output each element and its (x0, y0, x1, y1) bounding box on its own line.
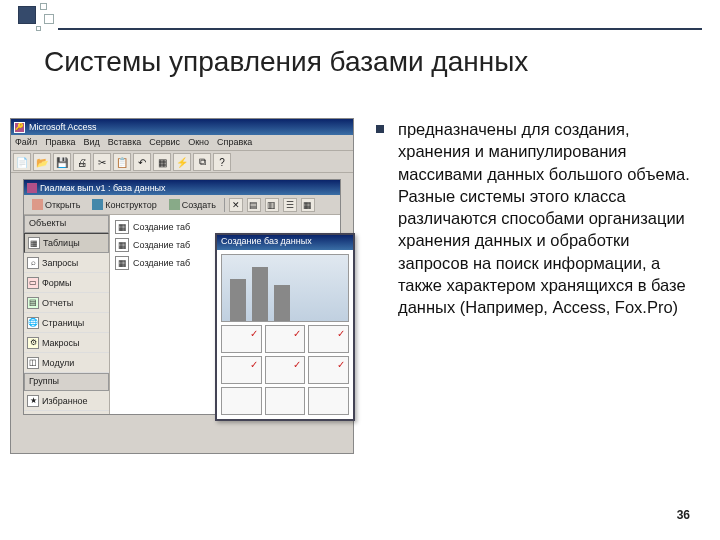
bullet-icon (376, 125, 384, 133)
open-button[interactable]: Открыть (28, 197, 84, 212)
groups-header: Группы (24, 373, 109, 391)
template-option[interactable] (221, 387, 262, 415)
menu-edit[interactable]: Правка (45, 137, 75, 148)
menubar: Файл Правка Вид Вставка Сервис Окно Спра… (11, 135, 353, 151)
cut-icon[interactable]: ✂ (93, 153, 111, 171)
save-icon[interactable]: 💾 (53, 153, 71, 171)
title-rule (58, 28, 702, 30)
app-titlebar: 🔑 Microsoft Access (11, 119, 353, 135)
create-button[interactable]: Создать (165, 197, 220, 212)
sidebar-item-queries[interactable]: ⌕Запросы (24, 253, 109, 273)
sidebar-item-reports[interactable]: ▤Отчеты (24, 293, 109, 313)
slide-title: Системы управления базами данных (44, 46, 528, 78)
page-number: 36 (677, 508, 690, 522)
menu-window[interactable]: Окно (188, 137, 209, 148)
misc2-icon[interactable]: ⚡ (173, 153, 191, 171)
sidebar-item-forms[interactable]: ▭Формы (24, 273, 109, 293)
template-option[interactable]: ✓ (265, 356, 306, 384)
template-option[interactable]: ✓ (221, 356, 262, 384)
misc-icon[interactable]: ▦ (153, 153, 171, 171)
print-icon[interactable]: 🖨 (73, 153, 91, 171)
open-icon[interactable]: 📂 (33, 153, 51, 171)
details-icon[interactable]: ▦ (301, 198, 315, 212)
sidebar-item-tables[interactable]: ▦Таблицы (24, 233, 109, 253)
template-option[interactable]: ✓ (265, 325, 306, 353)
menu-file[interactable]: Файл (15, 137, 37, 148)
sidebar-item-favorites[interactable]: ★Избранное (24, 391, 109, 411)
menu-tools[interactable]: Сервис (149, 137, 180, 148)
template-option[interactable]: ✓ (308, 356, 349, 384)
db-icon (27, 183, 37, 193)
access-icon: 🔑 (14, 122, 25, 133)
delete-icon[interactable]: ✕ (229, 198, 243, 212)
wizard-dialog: Создание баз данных ✓ ✓ ✓ ✓ ✓ ✓ (215, 233, 355, 421)
undo-icon[interactable]: ↶ (133, 153, 151, 171)
list-icon[interactable]: ☰ (283, 198, 297, 212)
sidebar-item-modules[interactable]: ◫Модули (24, 353, 109, 373)
wizard-title: Создание баз данных (217, 235, 353, 250)
template-option[interactable] (308, 387, 349, 415)
wizard-preview (221, 254, 349, 322)
template-option[interactable]: ✓ (308, 325, 349, 353)
body-text: предназначены для создания, хранения и м… (398, 118, 698, 318)
help-icon[interactable]: ? (213, 153, 231, 171)
template-option[interactable]: ✓ (221, 325, 262, 353)
rel-icon[interactable]: ⧉ (193, 153, 211, 171)
copy-icon[interactable]: 📋 (113, 153, 131, 171)
main-toolbar: 📄 📂 💾 🖨 ✂ 📋 ↶ ▦ ⚡ ⧉ ? (11, 151, 353, 173)
db-titlebar: Гиалмак вып.v1 : база данных (24, 180, 340, 195)
sidebar-item-pages[interactable]: 🌐Страницы (24, 313, 109, 333)
db-toolbar: Открыть Конструктор Создать ✕ ▤ ▥ ☰ ▦ (24, 195, 340, 215)
db-title: Гиалмак вып.v1 : база данных (40, 183, 166, 193)
new-icon[interactable]: 📄 (13, 153, 31, 171)
access-screenshot: 🔑 Microsoft Access Файл Правка Вид Встав… (10, 118, 354, 454)
objects-header: Объекты (24, 215, 109, 233)
sidebar-item-macros[interactable]: ⚙Макросы (24, 333, 109, 353)
app-title: Microsoft Access (29, 122, 97, 132)
template-option[interactable] (265, 387, 306, 415)
large-icons-icon[interactable]: ▤ (247, 198, 261, 212)
objects-sidebar: Объекты ▦Таблицы ⌕Запросы ▭Формы ▤Отчеты… (24, 215, 110, 414)
menu-help[interactable]: Справка (217, 137, 252, 148)
small-icons-icon[interactable]: ▥ (265, 198, 279, 212)
design-button[interactable]: Конструктор (88, 197, 160, 212)
body-text-block: предназначены для создания, хранения и м… (376, 118, 698, 318)
menu-view[interactable]: Вид (84, 137, 100, 148)
menu-insert[interactable]: Вставка (108, 137, 141, 148)
